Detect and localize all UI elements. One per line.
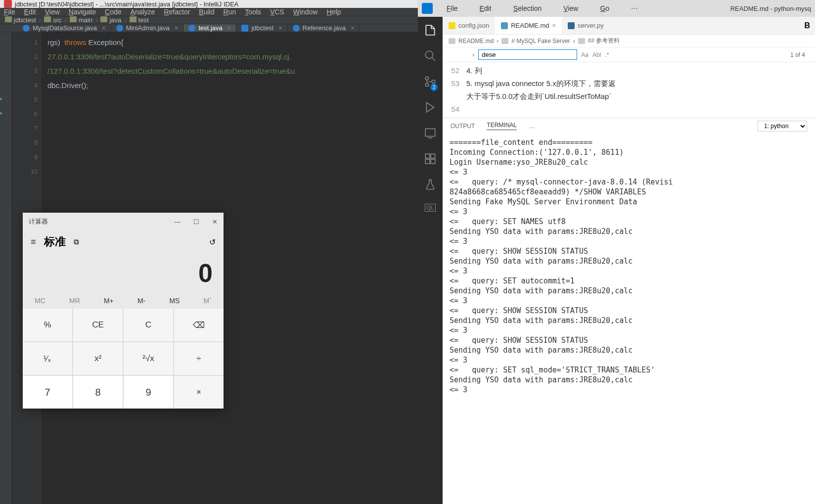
filetype-icon [449,22,455,29]
calc-key[interactable]: 9 [124,376,173,409]
close-tab-icon[interactable]: × [278,24,282,32]
run-gutter-icon[interactable] [0,96,2,102]
calc-key[interactable]: CE [73,309,123,341]
panel-tabs: OUTPUTTERMINAL…1: python [443,118,815,134]
mem-M+[interactable]: M+ [104,297,114,305]
editor-tab[interactable]: README.md× [495,17,562,34]
menu-view[interactable]: View [45,8,60,16]
source-control-icon[interactable] [424,75,437,90]
calc-title: 计算器 [29,217,48,226]
close-tab-icon[interactable]: × [175,24,179,32]
vscode-window-title: README.md - python-mysq [730,5,811,12]
menu-file[interactable]: File [447,4,458,12]
editor-tab[interactable]: test.java× [183,24,236,32]
menu-go[interactable]: Go [600,4,609,12]
filetype-icon [501,22,508,29]
calc-key[interactable]: 7 [23,376,72,409]
calc-key[interactable]: ²√x [124,342,173,375]
calc-key[interactable]: × [174,376,224,409]
svg-rect-5 [425,154,430,158]
menu-edit[interactable]: Edit [480,4,492,12]
editor-tab[interactable]: MiniAdmin.java× [111,24,184,32]
extensions-icon[interactable] [424,152,437,167]
menu-help[interactable]: Help [326,8,341,16]
svg-rect-8 [431,159,435,164]
vscode-editor[interactable]: 524. 列535. mysql java connector 5.x的环境下，… [443,62,815,118]
menu-code[interactable]: Code [105,8,121,16]
menu-file[interactable]: File [4,8,15,16]
intellij-editor-tabs: MysqlDataSource.java×MiniAdmin.java×test… [0,24,418,32]
calc-key[interactable]: ¹⁄ₓ [23,342,72,375]
editor-tab[interactable]: jdbctest× [236,24,287,32]
menu-analyze[interactable]: Analyze [131,8,155,16]
editor-tab[interactable]: config.json [443,17,495,34]
editor-tab[interactable]: MysqlDataSource.java× [18,24,111,32]
close-icon[interactable]: ✕ [212,218,218,226]
sql-icon[interactable]: QL [425,204,436,212]
terminal-output[interactable]: =======file_content end========= Incomin… [443,134,815,504]
menu-navigate[interactable]: Navigate [69,8,96,16]
menu-refactor[interactable]: Refactor [164,8,190,16]
menu-edit[interactable]: Edit [24,8,36,16]
menu-vcs[interactable]: VCS [270,8,284,16]
find-option[interactable]: .* [605,51,609,58]
maximize-icon[interactable]: ☐ [193,218,199,226]
crumb-item[interactable]: java [100,16,121,24]
menu-view[interactable]: View [563,4,578,12]
remote-icon[interactable] [424,127,437,141]
close-tab-icon[interactable]: × [552,22,556,29]
editor-tab[interactable]: server.py [562,17,610,34]
run-gutter-icon[interactable] [0,110,2,116]
explorer-icon[interactable] [424,24,437,39]
close-tab-icon[interactable]: × [351,24,355,32]
class-icon [293,25,300,32]
calc-key[interactable]: ÷ [174,342,224,375]
find-option[interactable]: Abl [592,51,601,58]
calc-key[interactable]: C [124,309,173,341]
module-icon [241,25,248,32]
menu-run[interactable]: Run [223,8,236,16]
crumb-item[interactable]: README.md [458,38,494,45]
crumb-item[interactable]: main [70,16,92,24]
tool-tab[interactable]: 1: Project [1,42,10,504]
panel-tab[interactable]: TERMINAL [487,122,517,130]
calc-key[interactable]: 8 [73,376,123,409]
calc-key[interactable]: % [23,309,72,341]
pin-icon[interactable]: ⧉ [74,237,79,246]
history-icon[interactable]: ↺ [209,237,216,247]
panel-tab[interactable]: OUTPUT [451,123,475,130]
calc-key[interactable]: x² [73,342,123,375]
crumb-item[interactable]: src [44,16,61,24]
minimize-icon[interactable]: — [174,218,181,226]
menu-window[interactable]: Window [293,8,318,16]
menu-tools[interactable]: Tools [245,8,261,16]
search-icon[interactable] [424,49,437,64]
panel-tab[interactable]: … [529,123,535,130]
close-tab-icon[interactable]: × [102,24,106,32]
editor-tab[interactable]: Reference.java× [288,24,360,32]
debug-icon[interactable] [424,101,437,116]
menu-selection[interactable]: Selection [513,4,542,12]
crumb-item[interactable]: ## 参考资料 [588,37,620,45]
crumb-item[interactable]: jdbctest [5,16,36,24]
mem-MS[interactable]: MS [169,297,180,305]
close-tab-icon[interactable]: × [227,24,231,32]
class-icon [116,25,123,32]
calc-key[interactable]: ⌫ [174,309,224,341]
crumb-item[interactable]: # MySQL Fake Server [511,38,570,45]
find-input[interactable] [478,49,577,60]
crumb-item[interactable]: test [130,16,149,24]
chevron-right-icon[interactable]: › [472,51,474,58]
mem-M-[interactable]: M- [137,297,145,305]
menu-overflow-icon[interactable]: ⋯ [631,4,638,12]
find-count: 1 of 4 [790,51,805,58]
menu-build[interactable]: Build [199,8,214,16]
find-option[interactable]: Aa [581,51,589,58]
terminal-select[interactable]: 1: python [758,121,807,132]
crumb-icon [501,38,508,44]
mem-Mˇ: Mˇ [204,297,212,305]
vscode-editor-tabs: config.jsonREADME.md×server.pyB [443,17,815,35]
menu-icon[interactable]: ≡ [31,237,36,247]
crumb-icon [578,38,585,44]
beaker-icon[interactable] [424,178,437,193]
